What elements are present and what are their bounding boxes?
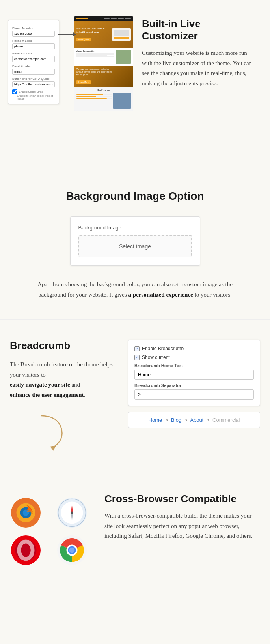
enable-breadcrumb-row: ✓ Enable Breadcrumb [134,346,254,351]
browser-section: Cross-Browser Compatible With a cross-br… [0,473,270,586]
home-text-label: Breadcrumb Home Text [134,363,254,368]
bc-sep-1: > [165,417,168,423]
bc-about-link[interactable]: About [190,417,203,423]
breadcrumb-preview-bar: Home > Blog > About > Commercial [128,412,260,428]
browser-description: With a cross-browser-compatible build, t… [104,511,260,541]
bc-desc-end: . [84,392,86,398]
phone-label2: Phone # Label [12,39,55,43]
email-input[interactable] [12,56,55,62]
svg-point-23 [69,547,75,553]
bg-desc-bold: a personalized experience [128,291,193,298]
check-icon-2: ✓ [136,355,139,359]
email-label2: Email # Label [12,64,55,68]
breadcrumb-preview: Home > Blog > About > Commercial [128,412,260,428]
enable-breadcrumb-checkbox[interactable]: ✓ [134,346,140,351]
show-current-row: ✓ Show current [134,355,254,360]
social-checkbox[interactable] [12,89,17,94]
background-description: Apart from choosing the background color… [29,280,242,300]
check-icon: ✓ [136,347,139,351]
home-text-input[interactable] [134,370,254,380]
phone-input[interactable] [12,31,55,37]
browser-title: Cross-Browser Compatible [104,493,260,505]
bc-desc-bold2: enhance the user engagement [10,392,84,398]
firefox-icon [10,497,41,528]
customizer-section: Phone Number Phone # Label Email Address… [0,0,270,170]
breadcrumb-title: Breadcrumb [10,340,120,352]
bc-desc-and: and [71,381,80,388]
bg-image-label: Background Image [78,225,192,231]
opera-icon [10,534,41,566]
customizer-panel: Phone Number Phone # Label Email Address… [8,20,59,104]
bg-desc-end: to your visitors. [195,291,232,298]
svg-point-14 [71,511,73,514]
browser-right-content: Cross-Browser Compatible With a cross-br… [104,493,260,541]
curved-arrow-icon [34,412,120,453]
phone-label2-input[interactable] [12,43,55,49]
button-label: Button link for Get A Quote [12,77,55,81]
bc-sep-3: > [207,417,210,423]
bc-desc-start: The Breadcrumb feature of the theme help… [10,361,113,378]
social-sublabel: Enable to show social links at header. [12,94,55,100]
breadcrumb-left: Breadcrumb The Breadcrumb feature of the… [10,340,120,453]
chrome-icon [56,534,88,566]
customizer-right-content: Built-in Live Customizer Customizing you… [142,16,258,88]
breadcrumb-options-panel: ✓ Enable Breadcrumb ✓ Show current Bread… [128,340,260,406]
bc-sep-2: > [184,417,188,423]
breadcrumb-description: The Breadcrumb feature of the theme help… [10,360,120,400]
separator-input[interactable] [134,389,254,400]
website-preview: We have the best serviceto build your dr… [74,16,133,111]
customizer-title: Built-in Live Customizer [142,18,258,42]
svg-marker-2 [50,445,56,451]
breadcrumb-section: Breadcrumb The Breadcrumb feature of the… [0,320,270,473]
customizer-description: Customizing your website is much more fu… [142,48,258,88]
button-input[interactable] [12,81,55,87]
background-widget: Background Image Select image [70,216,200,266]
phone-label: Phone Number [12,26,55,30]
svg-point-18 [21,545,30,555]
bc-current-page: Commercial [212,417,240,423]
background-section: Background Image Option Background Image… [0,170,270,320]
select-image-button[interactable]: Select image [78,235,192,257]
svg-marker-1 [73,32,76,36]
show-current-label: Show current [142,355,170,360]
bc-home-link[interactable]: Home [149,417,162,423]
background-title: Background Image Option [16,190,254,203]
social-label: Enable Social Links [19,90,43,93]
show-current-checkbox[interactable]: ✓ [134,355,140,360]
bc-desc-bold1: easily navigate your site [10,381,70,388]
enable-breadcrumb-label: Enable Breadcrumb [142,346,184,351]
bc-blog-link[interactable]: Blog [171,417,181,423]
customizer-left-panel: Phone Number Phone # Label Email Address… [8,16,134,154]
separator-label: Breadcrumb Separator [134,383,254,388]
email-label: Email Address [12,52,55,55]
arrow-right-icon [58,30,76,40]
social-checkbox-row: Enable Social Links [12,89,55,94]
email-label2-input[interactable] [12,69,55,75]
browser-icons-grid [10,493,97,566]
breadcrumb-right: ✓ Enable Breadcrumb ✓ Show current Bread… [128,340,260,428]
safari-icon [56,497,88,528]
